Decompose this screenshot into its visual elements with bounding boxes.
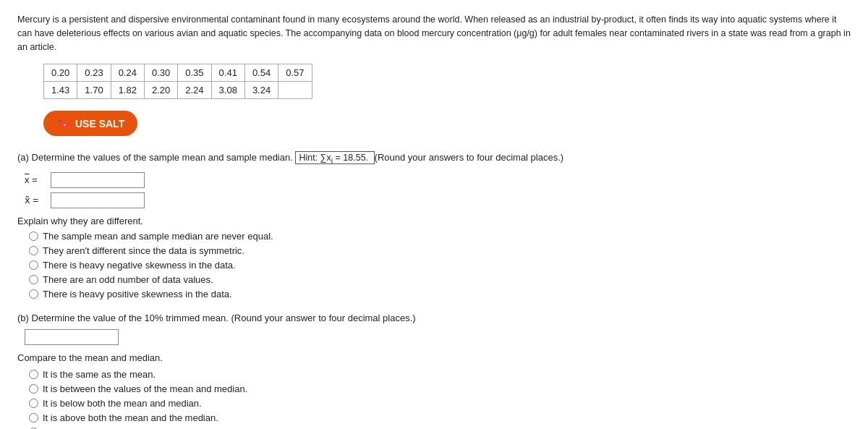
cell-0-54: 0.54 [244,64,278,82]
cell-0-20: 0.20 [44,64,77,82]
radio-a3[interactable] [29,260,38,270]
radio-option-b4[interactable]: It is above both the mean and the median… [29,412,851,423]
part-b-section: (b) Determine the value of the 10% trimm… [17,313,851,429]
cell-1-82: 1.82 [111,82,144,99]
part-a-question: (a) Determine the values of the sample m… [17,152,851,165]
mean-label: x = [25,174,46,185]
salt-icon: 🔖 [56,116,71,130]
cell-0-57: 0.57 [278,64,312,82]
radio-a2-label: They aren't different since the data is … [43,245,244,256]
part-b-question-text: Determine the value of the 10% trimmed m… [32,313,416,323]
radio-a2[interactable] [29,246,38,255]
cell-0-41: 0.41 [211,64,244,82]
radio-a3-label: There is heavy negative skewness in the … [43,260,236,271]
table-row-2: 1.43 1.70 1.82 2.20 2.24 3.08 3.24 [44,82,312,99]
cell-0-30: 0.30 [144,64,177,82]
median-input[interactable] [51,192,145,208]
cell-0-35: 0.35 [178,64,211,82]
cell-0-23: 0.23 [77,64,111,82]
radio-b2[interactable] [29,384,38,394]
cell-2-24: 2.24 [178,82,211,99]
part-b-label: (b) [17,313,29,323]
radio-b3[interactable] [29,399,38,408]
median-input-row: x̃ = [25,192,851,208]
radio-a5-label: There is heavy positive skewness in the … [43,289,232,300]
radio-a4-label: There are an odd number of data values. [43,274,213,285]
median-label: x̃ = [25,195,46,205]
part-a-question-text: Determine the values of the sample mean … [32,152,296,163]
part-a-section: (a) Determine the values of the sample m… [17,152,851,300]
radio-option-a1[interactable]: The sample mean and sample median are ne… [29,231,851,242]
radio-b2-label: It is between the values of the mean and… [43,383,247,394]
compare-label: Compare to the mean and median. [17,352,851,363]
cell-1-70: 1.70 [77,82,111,99]
trimmed-mean-input-row [25,329,851,345]
part-b-question: (b) Determine the value of the 10% trimm… [17,313,851,323]
hint-box: Hint: ∑xi = 18.55. [295,151,374,164]
trimmed-mean-input[interactable] [25,329,119,345]
use-salt-button[interactable]: 🔖 USE SALT [43,111,137,136]
radio-a1-label: The sample mean and sample median are ne… [43,231,273,242]
part-a-round-note: (Round your answers to four decimal plac… [375,152,564,163]
use-salt-label: USE SALT [75,118,124,129]
radio-option-b1[interactable]: It is the same as the mean. [29,369,851,380]
cell-3-24: 3.24 [244,82,278,99]
intro-paragraph: Mercury is a persistent and dispersive e… [17,13,851,54]
mean-input-row: x = [25,172,851,188]
radio-b4[interactable] [29,413,38,422]
cell-1-43: 1.43 [44,82,77,99]
explain-section: Explain why they are different. The samp… [17,216,851,300]
cell-3-08: 3.08 [211,82,244,99]
radio-b1[interactable] [29,370,38,379]
radio-b1-label: It is the same as the mean. [43,369,156,380]
table-row-1: 0.20 0.23 0.24 0.30 0.35 0.41 0.54 0.57 [44,64,312,82]
radio-b4-label: It is above both the mean and the median… [43,412,218,423]
explain-label: Explain why they are different. [17,216,851,226]
radio-option-b2[interactable]: It is between the values of the mean and… [29,383,851,394]
radio-a5[interactable] [29,289,38,299]
radio-option-a2[interactable]: They aren't different since the data is … [29,245,851,256]
cell-2-20: 2.20 [144,82,177,99]
radio-option-a4[interactable]: There are an odd number of data values. [29,274,851,285]
part-a-label: (a) [17,152,29,163]
radio-option-a3[interactable]: There is heavy negative skewness in the … [29,260,851,271]
radio-option-b3[interactable]: It is below both the mean and median. [29,398,851,409]
radio-option-a5[interactable]: There is heavy positive skewness in the … [29,289,851,300]
radio-a4[interactable] [29,275,38,284]
cell-0-24: 0.24 [111,64,144,82]
radio-b3-label: It is below both the mean and median. [43,398,202,409]
mean-input[interactable] [51,172,145,188]
data-table: 0.20 0.23 0.24 0.30 0.35 0.41 0.54 0.57 … [43,64,312,99]
radio-a1[interactable] [29,232,38,241]
